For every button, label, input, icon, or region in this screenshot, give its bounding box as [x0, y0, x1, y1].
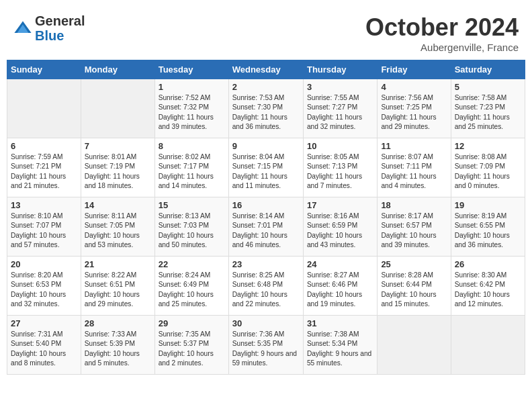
day-info: Sunrise: 8:24 AM Sunset: 6:49 PM Dayligh… [159, 271, 225, 309]
day-info: Sunrise: 8:05 AM Sunset: 7:13 PM Dayligh… [307, 152, 373, 191]
calendar-cell: 28Sunrise: 7:33 AM Sunset: 5:39 PM Dayli… [81, 316, 154, 375]
day-number: 14 [85, 200, 151, 210]
day-info: Sunrise: 7:52 AM Sunset: 7:32 PM Dayligh… [159, 93, 225, 132]
day-info: Sunrise: 7:55 AM Sunset: 7:27 PM Dayligh… [307, 93, 373, 132]
day-number: 8 [159, 141, 225, 151]
day-number: 20 [11, 259, 77, 269]
calendar-cell: 12Sunrise: 8:08 AM Sunset: 7:09 PM Dayli… [451, 138, 525, 197]
calendar-cell: 5Sunrise: 7:58 AM Sunset: 7:23 PM Daylig… [451, 79, 525, 138]
day-info: Sunrise: 7:56 AM Sunset: 7:25 PM Dayligh… [381, 93, 447, 132]
day-info: Sunrise: 7:36 AM Sunset: 5:35 PM Dayligh… [232, 330, 300, 368]
day-number: 7 [85, 141, 151, 151]
calendar-week-row: 6Sunrise: 7:59 AM Sunset: 7:21 PM Daylig… [7, 138, 525, 197]
day-number: 10 [307, 141, 373, 151]
day-info: Sunrise: 8:04 AM Sunset: 7:15 PM Dayligh… [232, 152, 300, 191]
calendar-table: SundayMondayTuesdayWednesdayThursdayFrid… [7, 60, 525, 375]
day-number: 6 [11, 141, 77, 151]
day-info: Sunrise: 8:30 AM Sunset: 6:42 PM Dayligh… [455, 271, 521, 309]
day-info: Sunrise: 7:53 AM Sunset: 7:30 PM Dayligh… [232, 93, 300, 132]
day-info: Sunrise: 8:02 AM Sunset: 7:17 PM Dayligh… [159, 152, 225, 191]
day-number: 21 [85, 259, 151, 269]
title-block: October 2024 Aubergenville, France [365, 13, 519, 53]
calendar-cell: 31Sunrise: 7:38 AM Sunset: 5:34 PM Dayli… [303, 316, 377, 375]
day-info: Sunrise: 7:58 AM Sunset: 7:23 PM Dayligh… [455, 93, 521, 132]
day-number: 5 [455, 82, 521, 92]
day-number: 12 [455, 141, 521, 151]
day-number: 29 [159, 318, 225, 328]
location: Aubergenville, France [365, 42, 519, 53]
day-info: Sunrise: 8:22 AM Sunset: 6:51 PM Dayligh… [85, 271, 151, 309]
calendar-cell: 9Sunrise: 8:04 AM Sunset: 7:15 PM Daylig… [228, 138, 303, 197]
calendar-cell: 7Sunrise: 8:01 AM Sunset: 7:19 PM Daylig… [81, 138, 154, 197]
weekday-header-row: SundayMondayTuesdayWednesdayThursdayFrid… [7, 60, 525, 79]
month-title: October 2024 [365, 13, 519, 42]
logo-icon [13, 19, 32, 38]
day-info: Sunrise: 7:35 AM Sunset: 5:37 PM Dayligh… [159, 330, 225, 368]
calendar-cell: 14Sunrise: 8:11 AM Sunset: 7:05 PM Dayli… [81, 197, 154, 257]
day-info: Sunrise: 8:16 AM Sunset: 6:59 PM Dayligh… [307, 212, 373, 250]
calendar-cell [378, 316, 451, 375]
calendar-cell: 6Sunrise: 7:59 AM Sunset: 7:21 PM Daylig… [7, 138, 81, 197]
calendar-cell: 27Sunrise: 7:31 AM Sunset: 5:40 PM Dayli… [7, 316, 81, 375]
weekday-header: Sunday [7, 60, 81, 79]
day-info: Sunrise: 8:14 AM Sunset: 7:01 PM Dayligh… [232, 212, 300, 250]
day-info: Sunrise: 7:31 AM Sunset: 5:40 PM Dayligh… [11, 330, 77, 368]
calendar-cell: 20Sunrise: 8:20 AM Sunset: 6:53 PM Dayli… [7, 257, 81, 316]
calendar-week-row: 20Sunrise: 8:20 AM Sunset: 6:53 PM Dayli… [7, 257, 525, 316]
day-number: 31 [307, 318, 373, 328]
day-number: 28 [85, 318, 151, 328]
calendar-cell: 1Sunrise: 7:52 AM Sunset: 7:32 PM Daylig… [154, 79, 228, 138]
day-info: Sunrise: 8:19 AM Sunset: 6:55 PM Dayligh… [455, 212, 521, 250]
day-number: 19 [455, 200, 521, 210]
calendar-week-row: 13Sunrise: 8:10 AM Sunset: 7:07 PM Dayli… [7, 197, 525, 257]
day-info: Sunrise: 7:59 AM Sunset: 7:21 PM Dayligh… [11, 152, 77, 191]
day-info: Sunrise: 8:07 AM Sunset: 7:11 PM Dayligh… [381, 152, 447, 191]
day-number: 2 [232, 82, 300, 92]
day-info: Sunrise: 8:11 AM Sunset: 7:05 PM Dayligh… [85, 212, 151, 250]
calendar-cell: 17Sunrise: 8:16 AM Sunset: 6:59 PM Dayli… [303, 197, 377, 257]
day-number: 30 [232, 318, 300, 328]
calendar-cell: 13Sunrise: 8:10 AM Sunset: 7:07 PM Dayli… [7, 197, 81, 257]
day-number: 1 [159, 82, 225, 92]
day-number: 16 [232, 200, 300, 210]
calendar-cell: 24Sunrise: 8:27 AM Sunset: 6:46 PM Dayli… [303, 257, 377, 316]
calendar-cell: 19Sunrise: 8:19 AM Sunset: 6:55 PM Dayli… [451, 197, 525, 257]
calendar-cell: 15Sunrise: 8:13 AM Sunset: 7:03 PM Dayli… [154, 197, 228, 257]
day-info: Sunrise: 8:25 AM Sunset: 6:48 PM Dayligh… [232, 271, 300, 309]
day-number: 11 [381, 141, 447, 151]
day-number: 26 [455, 259, 521, 269]
weekday-header: Monday [81, 60, 154, 79]
day-number: 22 [159, 259, 225, 269]
calendar-week-row: 27Sunrise: 7:31 AM Sunset: 5:40 PM Dayli… [7, 316, 525, 375]
day-number: 13 [11, 200, 77, 210]
day-number: 3 [307, 82, 373, 92]
calendar-cell: 11Sunrise: 8:07 AM Sunset: 7:11 PM Dayli… [378, 138, 451, 197]
calendar-cell: 22Sunrise: 8:24 AM Sunset: 6:49 PM Dayli… [154, 257, 228, 316]
calendar-cell [7, 79, 81, 138]
day-info: Sunrise: 8:08 AM Sunset: 7:09 PM Dayligh… [455, 152, 521, 191]
calendar-week-row: 1Sunrise: 7:52 AM Sunset: 7:32 PM Daylig… [7, 79, 525, 138]
logo-text: General Blue [35, 13, 85, 43]
day-number: 18 [381, 200, 447, 210]
weekday-header: Wednesday [228, 60, 303, 79]
calendar-cell [81, 79, 154, 138]
calendar-cell: 23Sunrise: 8:25 AM Sunset: 6:48 PM Dayli… [228, 257, 303, 316]
calendar-cell [451, 316, 525, 375]
day-number: 25 [381, 259, 447, 269]
calendar-cell: 3Sunrise: 7:55 AM Sunset: 7:27 PM Daylig… [303, 79, 377, 138]
weekday-header: Friday [378, 60, 451, 79]
day-info: Sunrise: 8:27 AM Sunset: 6:46 PM Dayligh… [307, 271, 373, 309]
calendar-cell: 30Sunrise: 7:36 AM Sunset: 5:35 PM Dayli… [228, 316, 303, 375]
day-info: Sunrise: 8:17 AM Sunset: 6:57 PM Dayligh… [381, 212, 447, 250]
day-number: 15 [159, 200, 225, 210]
day-number: 27 [11, 318, 77, 328]
day-info: Sunrise: 8:01 AM Sunset: 7:19 PM Dayligh… [85, 152, 151, 191]
calendar-cell: 26Sunrise: 8:30 AM Sunset: 6:42 PM Dayli… [451, 257, 525, 316]
weekday-header: Saturday [451, 60, 525, 79]
calendar-cell: 2Sunrise: 7:53 AM Sunset: 7:30 PM Daylig… [228, 79, 303, 138]
logo-general: General [35, 13, 85, 28]
day-number: 17 [307, 200, 373, 210]
day-info: Sunrise: 8:20 AM Sunset: 6:53 PM Dayligh… [11, 271, 77, 309]
calendar-cell: 18Sunrise: 8:17 AM Sunset: 6:57 PM Dayli… [378, 197, 451, 257]
calendar-cell: 10Sunrise: 8:05 AM Sunset: 7:13 PM Dayli… [303, 138, 377, 197]
